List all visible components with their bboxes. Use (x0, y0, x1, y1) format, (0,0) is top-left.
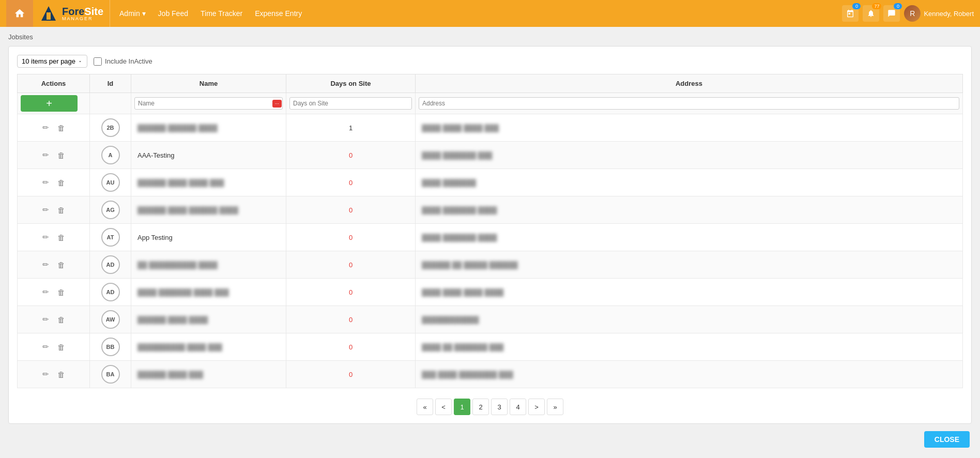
logo-text: Fore Site MANAGER (62, 6, 103, 21)
days-cell: 0 (286, 224, 416, 251)
pagination: « < 1 2 3 4 > » (17, 399, 963, 415)
edit-button[interactable]: ✏ (42, 370, 49, 379)
delete-button[interactable]: 🗑 (57, 343, 65, 352)
address-cell: ███ ████ ████████ ███ (416, 361, 963, 388)
nav-job-feed[interactable]: Job Feed (157, 7, 189, 20)
filter-address-input[interactable] (419, 97, 959, 110)
delete-button[interactable]: 🗑 (57, 178, 65, 187)
edit-button[interactable]: ✏ (42, 342, 49, 352)
nav-admin[interactable]: Admin ▾ (118, 7, 147, 20)
actions-cell: ✏ 🗑 (18, 224, 90, 251)
filter-name-clear-btn[interactable]: ··· (272, 100, 282, 108)
days-value: 0 (349, 151, 353, 159)
address-cell: ████ ████ ████ ████ (416, 279, 963, 306)
name-value: ██ ██████████ ████ (137, 261, 218, 269)
id-badge: A (101, 146, 120, 164)
name-value: ██████ ████ ███ (137, 371, 203, 378)
include-inactive-label[interactable]: Include InActive (94, 57, 152, 66)
id-badge: AD (101, 255, 120, 274)
notifications-badge: 77 (872, 3, 881, 9)
address-cell: ████ ███████ ████ (416, 224, 963, 251)
filter-name-cell: ··· (131, 93, 286, 114)
row-actions: ✏ 🗑 (24, 370, 83, 379)
page-3-btn[interactable]: 3 (491, 399, 508, 415)
edit-button[interactable]: ✏ (42, 178, 49, 187)
actions-cell: ✏ 🗑 (18, 169, 90, 196)
edit-button[interactable]: ✏ (42, 205, 49, 215)
name-cell: ██████ ████ ███ (131, 361, 286, 388)
actions-cell: ✏ 🗑 (18, 142, 90, 169)
row-actions: ✏ 🗑 (24, 287, 83, 297)
notifications-button[interactable]: 77 (863, 5, 879, 22)
items-per-page-select[interactable]: 10 items per page (17, 55, 87, 68)
days-cell: 0 (286, 196, 416, 224)
include-inactive-checkbox[interactable] (94, 57, 102, 66)
actions-cell: ✏ 🗑 (18, 361, 90, 388)
days-cell: 0 (286, 361, 416, 388)
actions-cell: ✏ 🗑 (18, 251, 90, 279)
actions-cell: ✏ 🗑 (18, 279, 90, 306)
delete-button[interactable]: 🗑 (57, 124, 65, 132)
delete-button[interactable]: 🗑 (57, 206, 65, 215)
id-cell: AT (90, 224, 131, 251)
edit-button[interactable]: ✏ (42, 233, 49, 242)
page-last-btn[interactable]: » (547, 399, 563, 415)
page-4-btn[interactable]: 4 (510, 399, 526, 415)
edit-button[interactable]: ✏ (42, 260, 49, 269)
name-value: ██████████ ████ ███ (137, 343, 222, 351)
page-next-btn[interactable]: > (528, 399, 545, 415)
nav-expense-entry[interactable]: Expense Entry (254, 7, 303, 20)
breadcrumb: Jobsites (8, 33, 972, 41)
name-value: ████ ███████ ████ ███ (137, 288, 229, 296)
edit-button[interactable]: ✏ (42, 123, 49, 132)
id-cell: BA (90, 361, 131, 388)
days-cell: 1 (286, 114, 416, 142)
address-value: ████ ███████ (422, 179, 476, 187)
delete-button[interactable]: 🗑 (57, 151, 65, 160)
filter-days-input[interactable] (289, 97, 412, 110)
home-button[interactable] (6, 0, 33, 27)
delete-button[interactable]: 🗑 (57, 288, 65, 297)
name-value: ██████ ████ ████ ███ (137, 179, 224, 187)
delete-button[interactable]: 🗑 (57, 233, 65, 242)
calendar-button[interactable]: 0 (842, 5, 859, 22)
page-prev-btn[interactable]: < (435, 399, 452, 415)
chat-button[interactable]: 0 (883, 5, 900, 22)
add-button[interactable]: + (21, 95, 78, 112)
address-value: ████ ████ ████ ███ (422, 124, 499, 132)
nav-time-tracker[interactable]: Time Tracker (200, 7, 243, 20)
row-actions: ✏ 🗑 (24, 315, 83, 324)
col-header-days: Days on Site (286, 74, 416, 93)
days-cell: 0 (286, 279, 416, 306)
col-header-actions: Actions (18, 74, 90, 93)
address-cell: ████ ████ ████ ███ (416, 114, 963, 142)
days-cell: 0 (286, 142, 416, 169)
user-menu[interactable]: R Kennedy, Robert (904, 5, 974, 22)
main-nav: Admin ▾ Job Feed Time Tracker Expense En… (118, 7, 303, 20)
actions-cell: ✏ 🗑 (18, 333, 90, 361)
page-1-btn[interactable]: 1 (454, 399, 470, 415)
id-badge: AW (101, 310, 120, 329)
page-first-btn[interactable]: « (417, 399, 433, 415)
logo-icon (39, 4, 58, 23)
id-cell: AD (90, 251, 131, 279)
address-value: ████ ███████ ████ (422, 206, 497, 214)
address-value: ████ ████ ████ ████ (422, 288, 503, 296)
edit-button[interactable]: ✏ (42, 315, 49, 324)
username: Kennedy, Robert (924, 10, 974, 18)
edit-button[interactable]: ✏ (42, 150, 49, 160)
row-actions: ✏ 🗑 (24, 233, 83, 242)
name-value: App Testing (137, 234, 173, 241)
edit-button[interactable]: ✏ (42, 287, 49, 297)
svg-rect-1 (47, 12, 51, 20)
delete-button[interactable]: 🗑 (57, 370, 65, 379)
address-cell: ████ ███████ ███ (416, 142, 963, 169)
id-cell: AW (90, 306, 131, 333)
row-actions: ✏ 🗑 (24, 205, 83, 215)
filter-name-input[interactable] (134, 97, 283, 110)
id-cell: BB (90, 333, 131, 361)
delete-button[interactable]: 🗑 (57, 315, 65, 324)
delete-button[interactable]: 🗑 (57, 261, 65, 269)
name-cell: ████ ███████ ████ ███ (131, 279, 286, 306)
page-2-btn[interactable]: 2 (472, 399, 489, 415)
